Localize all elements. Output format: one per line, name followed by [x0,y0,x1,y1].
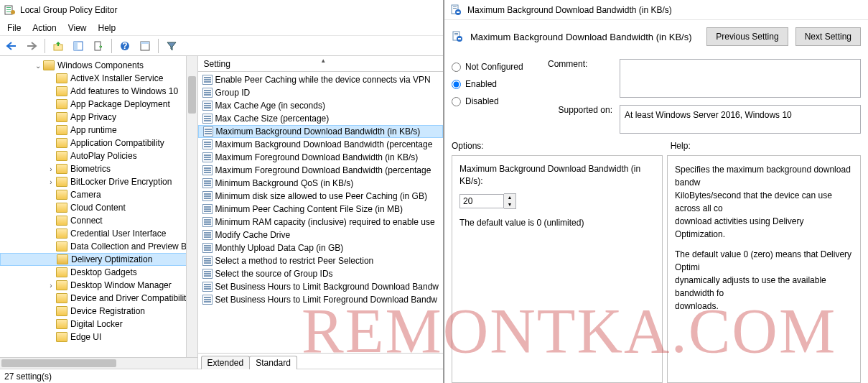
dialog-title: Maximum Background Download Bandwidth (i… [467,5,672,15]
radio-disabled[interactable]: Disabled [452,96,538,106]
tree-item[interactable]: ›BitLocker Drive Encryption [0,175,197,188]
tree-label: ActiveX Installer Service [70,73,163,83]
radio-not-configured-input[interactable] [452,63,461,72]
setting-row[interactable]: Select the source of Group IDs [198,267,444,280]
tree-root[interactable]: ⌄Windows Components [0,59,197,72]
setting-row[interactable]: Group ID [198,86,444,99]
spinner-down[interactable]: ▼ [504,201,515,208]
tree-item[interactable]: Application Compatibility [0,137,197,149]
radio-enabled-label: Enabled [465,79,497,89]
show-hide-tree-button[interactable] [70,38,87,54]
tree-item[interactable]: Edge UI [0,331,197,343]
help-button[interactable]: ? [116,38,134,54]
tree-label: Data Collection and Preview Bu [70,241,192,252]
folder-icon [56,112,67,122]
setting-row[interactable]: Enable Peer Caching while the device con… [198,73,444,86]
radio-enabled-input[interactable] [452,80,461,89]
setting-label: Max Cache Size (percentage) [215,114,330,124]
setting-label: Maximum Background Download Bandwidth (p… [215,139,433,149]
twisty-icon[interactable]: › [46,178,56,186]
toolbar-separator [158,39,159,53]
tree-item[interactable]: ActiveX Installer Service [0,72,197,85]
policy-item-icon [202,88,213,98]
spinner-up[interactable]: ▲ [504,194,515,201]
column-header-setting[interactable]: Setting ▲ [198,56,444,72]
setting-row[interactable]: Minimum Peer Caching Content File Size (… [198,203,444,216]
export-button[interactable] [90,38,107,54]
tree-hscrollbar[interactable] [0,357,197,369]
tree-item[interactable]: ›Biometrics [0,162,197,175]
tree-item[interactable]: Digital Locker [0,318,197,331]
tree-hthumb[interactable] [1,359,116,367]
policy-icon [452,31,463,42]
setting-row[interactable]: Maximum Background Download Bandwidth (p… [198,138,444,151]
tree-item[interactable]: Device and Driver Compatibility [0,292,197,305]
menu-view[interactable]: View [68,23,87,33]
tree-item[interactable]: Delivery Optimization [0,253,197,266]
tab-standard[interactable]: Standard [249,356,297,369]
help-line: The default value 0 (zero) means that De… [675,248,853,274]
setting-row[interactable]: Max Cache Size (percentage) [198,112,444,125]
tree-item[interactable]: ›Desktop Window Manager [0,279,197,292]
radio-not-configured[interactable]: Not Configured [452,62,538,72]
tree-item[interactable]: App runtime [0,124,197,137]
setting-row[interactable]: Set Business Hours to Limit Foreground D… [198,293,444,306]
next-setting-button[interactable]: Next Setting [795,27,861,46]
setting-row[interactable]: Minimum Background QoS (in KB/s) [198,177,444,190]
menu-file[interactable]: File [7,23,21,33]
tree-item[interactable]: Add features to Windows 10 [0,85,197,98]
setting-label: Minimum Background QoS (in KB/s) [215,178,354,188]
tab-extended[interactable]: Extended [201,356,251,369]
tree-item[interactable]: Connect [0,214,197,227]
radio-not-configured-label: Not Configured [465,62,523,72]
tree-vthumb[interactable] [188,76,196,114]
help-header: Help: [671,141,691,151]
menu-help[interactable]: Help [98,23,116,33]
setting-row[interactable]: Monthly Upload Data Cap (in GB) [198,241,444,254]
svg-rect-3 [6,11,11,12]
policy-item-icon [202,269,213,279]
up-button[interactable] [50,38,67,54]
setting-row[interactable]: Set Business Hours to Limit Background D… [198,280,444,293]
svg-rect-22 [458,38,461,40]
tree-item[interactable]: Desktop Gadgets [0,266,197,279]
setting-row[interactable]: Minimum disk size allowed to use Peer Ca… [198,190,444,203]
radio-disabled-input[interactable] [452,97,461,106]
setting-label: Enable Peer Caching while the device con… [215,75,431,85]
setting-row[interactable]: Select a method to restrict Peer Selecti… [198,254,444,267]
tree-item[interactable]: Credential User Interface [0,227,197,240]
setting-row[interactable]: Maximum Foreground Download Bandwidth (i… [198,151,444,164]
comment-box[interactable] [620,59,861,98]
forward-button[interactable] [23,38,40,54]
setting-label: Monthly Upload Data Cap (in GB) [215,243,344,253]
menu-action[interactable]: Action [32,23,56,33]
tree-item[interactable]: App Package Deployment [0,98,197,111]
tree-item[interactable]: Device Registration [0,305,197,318]
radio-enabled[interactable]: Enabled [452,79,538,89]
tree-item[interactable]: AutoPlay Policies [0,149,197,162]
setting-row[interactable]: Maximum Foreground Download Bandwidth (p… [198,164,444,177]
twisty-icon[interactable]: ⌄ [33,62,43,70]
tree-item[interactable]: App Privacy [0,111,197,124]
previous-setting-button[interactable]: Previous Setting [706,27,788,46]
bandwidth-input[interactable] [459,194,504,208]
twisty-icon[interactable]: › [46,165,56,173]
tree-label: Windows Components [57,60,144,70]
twisty-icon[interactable]: › [46,282,56,290]
tree-item[interactable]: Data Collection and Preview Bu [0,240,197,253]
tree-item[interactable]: Cloud Content [0,201,197,214]
policy-item-icon [202,204,213,214]
setting-row[interactable]: Minimum RAM capacity (inclusive) require… [198,216,444,229]
policy-item-icon [202,178,213,188]
policy-item-icon [202,230,213,240]
setting-row[interactable]: Modify Cache Drive [198,229,444,241]
tree-item[interactable]: Camera [0,188,197,201]
setting-row[interactable]: Maximum Background Download Bandwidth (i… [198,125,444,138]
properties-button[interactable] [136,38,154,54]
filter-button[interactable] [163,38,180,54]
spacer [675,241,853,248]
tree-vscrollbar[interactable] [186,56,197,357]
back-button[interactable] [3,38,20,54]
setting-row[interactable]: Max Cache Age (in seconds) [198,99,444,112]
tree-label: AutoPlay Policies [70,151,137,161]
